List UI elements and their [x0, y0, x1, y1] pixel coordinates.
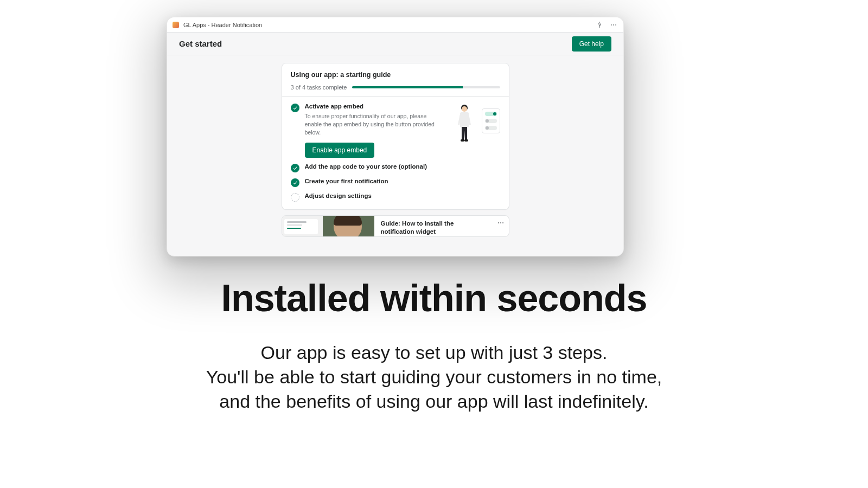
enable-app-embed-button[interactable]: Enable app embed: [305, 143, 375, 158]
guide-card-title: Guide: How to install the notification w…: [381, 220, 487, 236]
svg-point-2: [615, 24, 616, 25]
progress-bar: [352, 86, 500, 88]
hero-line-1: Our app is easy to set up with just 3 st…: [0, 341, 868, 365]
svg-rect-6: [464, 139, 468, 142]
page-header: Get started Get help: [167, 33, 623, 55]
thumb-overlay: [284, 219, 318, 234]
hero-title: Installed within seconds: [0, 277, 868, 320]
get-help-button[interactable]: Get help: [572, 36, 611, 52]
svg-point-4: [462, 106, 467, 112]
task-title: Adjust design settings: [305, 192, 500, 199]
check-complete-icon: [291, 164, 299, 172]
hero-line-2: You'll be able to start guiding your cus…: [0, 365, 868, 389]
guide-thumbnail: [282, 216, 374, 236]
progress-fill: [352, 86, 463, 88]
titlebar: GL Apps - Header Notification: [167, 17, 623, 33]
svg-point-0: [611, 24, 612, 25]
task-title: Create your first notification: [305, 178, 500, 184]
onboarding-card: Using our app: a starting guide 3 of 4 t…: [282, 63, 509, 210]
task-title: Activate app embed: [305, 103, 443, 110]
onboarding-title: Using our app: a starting guide: [291, 71, 500, 79]
task-desc: To ensure proper functionality of our ap…: [305, 112, 441, 137]
more-icon[interactable]: [609, 21, 618, 29]
hero-line-3: and the benefits of using our app will l…: [0, 389, 868, 414]
svg-point-1: [613, 24, 614, 25]
progress-row: 3 of 4 tasks complete: [291, 84, 500, 91]
task-adjust-design[interactable]: Adjust design settings: [291, 192, 500, 202]
task-add-app-code[interactable]: Add the app code to your store (optional…: [291, 163, 500, 172]
task-title: Add the app code to your store (optional…: [305, 163, 500, 170]
content-area: Using our app: a starting guide 3 of 4 t…: [167, 55, 623, 237]
install-guide-card[interactable]: Guide: How to install the notification w…: [282, 215, 509, 237]
svg-rect-5: [461, 139, 464, 142]
page-title: Get started: [179, 39, 222, 48]
check-incomplete-icon: [291, 193, 299, 202]
svg-point-8: [500, 222, 501, 223]
toggle-illustration: [482, 108, 500, 133]
svg-point-7: [497, 222, 499, 223]
check-complete-icon: [291, 104, 299, 112]
task-list: Activate app embed To ensure proper func…: [282, 97, 509, 209]
hero-section: Installed within seconds Our app is easy…: [0, 277, 868, 414]
check-complete-icon: [291, 178, 299, 187]
app-icon: [173, 22, 179, 28]
hero-body: Our app is easy to set up with just 3 st…: [0, 341, 868, 414]
guide-more-icon[interactable]: [493, 216, 509, 236]
svg-point-9: [502, 222, 503, 223]
pin-icon[interactable]: [595, 21, 604, 29]
window-title: GL Apps - Header Notification: [183, 22, 262, 28]
task-create-notification[interactable]: Create your first notification: [291, 178, 500, 187]
progress-label: 3 of 4 tasks complete: [291, 84, 347, 91]
app-window: GL Apps - Header Notification Get starte…: [167, 17, 624, 256]
task-illustration: [448, 103, 500, 143]
task-activate-embed[interactable]: Activate app embed To ensure proper func…: [291, 103, 500, 158]
